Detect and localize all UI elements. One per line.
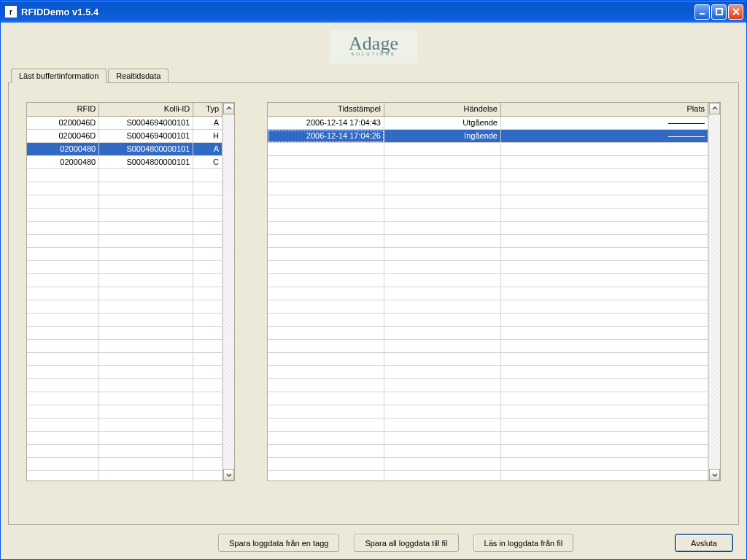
cell-kolli: S0004694000101 — [99, 117, 193, 130]
close-button[interactable] — [728, 4, 743, 20]
table-row[interactable] — [268, 274, 708, 287]
table-row[interactable] — [268, 471, 708, 481]
table-row[interactable] — [27, 209, 222, 222]
minimize-button[interactable] — [694, 4, 710, 20]
table-row[interactable] — [27, 432, 222, 445]
table-row[interactable] — [27, 182, 222, 195]
rfid-grid-body[interactable]: 0200046DS0004694000101A0200046DS00046940… — [27, 117, 222, 481]
log-grid-body[interactable]: 2006-12-14 17:04:43Utgående2006-12-14 17… — [268, 117, 708, 481]
table-row[interactable]: 2006-12-14 17:04:43Utgående — [268, 117, 708, 130]
table-row[interactable] — [268, 445, 708, 458]
table-row[interactable] — [27, 379, 222, 392]
table-row[interactable] — [268, 182, 708, 195]
col-plats[interactable]: Plats — [501, 103, 708, 117]
cell-rfid — [27, 222, 99, 235]
table-row[interactable] — [27, 300, 222, 314]
rfid-grid[interactable]: RFID Kolli-ID Typ 0200046DS0004694000101… — [26, 102, 235, 481]
cell-typ — [193, 209, 222, 222]
chevron-down-icon — [226, 472, 232, 478]
scroll-down-button[interactable] — [709, 469, 720, 481]
table-row[interactable] — [27, 327, 222, 340]
table-row[interactable] — [268, 209, 708, 222]
table-row[interactable] — [27, 169, 222, 182]
table-row[interactable]: 02000480S0004800000101A — [27, 143, 222, 156]
maximize-button[interactable] — [711, 4, 727, 20]
table-row[interactable] — [27, 340, 222, 353]
scroll-down-button[interactable] — [223, 469, 234, 481]
save-one-tag-button[interactable]: Spara loggdata från en tagg — [218, 534, 339, 552]
table-row[interactable] — [268, 248, 708, 261]
svg-rect-1 — [716, 9, 722, 15]
table-row[interactable] — [268, 143, 708, 156]
cell-rfid: 0200046D — [27, 117, 99, 130]
cell-typ: C — [193, 156, 222, 169]
table-row[interactable] — [27, 458, 222, 471]
table-row[interactable]: 0200046DS0004694000101A — [27, 117, 222, 130]
cell-tidsstampel — [268, 235, 384, 248]
log-grid[interactable]: Tidsstämpel Händelse Plats 2006-12-14 17… — [267, 102, 721, 481]
log-grid-scrollbar[interactable] — [708, 103, 720, 481]
table-row[interactable] — [27, 353, 222, 366]
table-row[interactable] — [268, 222, 708, 235]
table-row[interactable] — [268, 287, 708, 300]
table-row[interactable] — [268, 458, 708, 471]
table-row[interactable] — [27, 287, 222, 300]
table-row[interactable] — [27, 195, 222, 209]
table-row[interactable] — [268, 366, 708, 379]
table-row[interactable] — [27, 222, 222, 235]
table-row[interactable] — [268, 195, 708, 209]
save-all-button[interactable]: Spara all loggdata till fil — [354, 534, 458, 552]
table-row[interactable] — [27, 248, 222, 261]
scroll-up-button[interactable] — [223, 103, 234, 114]
cell-kolli — [99, 248, 193, 261]
rfid-grid-scrollbar[interactable] — [222, 103, 234, 481]
col-rfid[interactable]: RFID — [27, 103, 99, 117]
table-row[interactable] — [27, 366, 222, 379]
table-row[interactable] — [268, 392, 708, 405]
scroll-track[interactable] — [709, 114, 720, 469]
table-row[interactable] — [268, 327, 708, 340]
table-row[interactable] — [27, 392, 222, 405]
table-row[interactable] — [268, 353, 708, 366]
table-row[interactable] — [268, 340, 708, 353]
cell-rfid — [27, 287, 99, 300]
table-row[interactable] — [27, 471, 222, 481]
table-row[interactable] — [27, 235, 222, 248]
scroll-up-button[interactable] — [709, 103, 720, 114]
table-row[interactable] — [268, 432, 708, 445]
quit-button[interactable]: Avsluta — [675, 534, 733, 552]
cell-kolli: S0004800000101 — [99, 143, 193, 156]
table-row[interactable] — [268, 314, 708, 327]
tab-realtidsdata[interactable]: Realtidsdata — [108, 69, 169, 82]
table-row[interactable] — [27, 419, 222, 432]
table-row[interactable] — [268, 169, 708, 182]
table-row[interactable] — [268, 405, 708, 419]
table-row[interactable] — [27, 274, 222, 287]
titlebar[interactable]: r RFIDDemo v1.5.4 — [1, 1, 746, 23]
table-row[interactable]: 0200046DS0004694000101H — [27, 130, 222, 143]
tab-panel: RFID Kolli-ID Typ 0200046DS0004694000101… — [8, 82, 739, 525]
col-tidsstampel[interactable]: Tidsstämpel — [268, 103, 384, 117]
table-row[interactable] — [268, 379, 708, 392]
table-row[interactable]: 02000480S0004800000101C — [27, 156, 222, 169]
table-row[interactable] — [268, 419, 708, 432]
cell-tidsstampel: 2006-12-14 17:04:26 — [268, 130, 384, 143]
table-row[interactable] — [268, 235, 708, 248]
cell-typ — [193, 314, 222, 327]
table-row[interactable] — [268, 300, 708, 314]
tab-buffertinformation[interactable]: Läst buffertinformation — [11, 69, 107, 83]
col-typ[interactable]: Typ — [193, 103, 222, 117]
table-row[interactable]: 2006-12-14 17:04:26Ingående — [268, 130, 708, 143]
cell-tidsstampel — [268, 353, 384, 366]
table-row[interactable] — [27, 261, 222, 274]
table-row[interactable] — [27, 405, 222, 419]
load-button[interactable]: Läs in loggdata från fil — [473, 534, 574, 552]
col-handelse[interactable]: Händelse — [384, 103, 501, 117]
cell-tidsstampel — [268, 287, 384, 300]
scroll-track[interactable] — [223, 114, 234, 469]
table-row[interactable] — [268, 156, 708, 169]
table-row[interactable] — [268, 261, 708, 274]
table-row[interactable] — [27, 445, 222, 458]
table-row[interactable] — [27, 314, 222, 327]
col-kolli[interactable]: Kolli-ID — [99, 103, 193, 117]
